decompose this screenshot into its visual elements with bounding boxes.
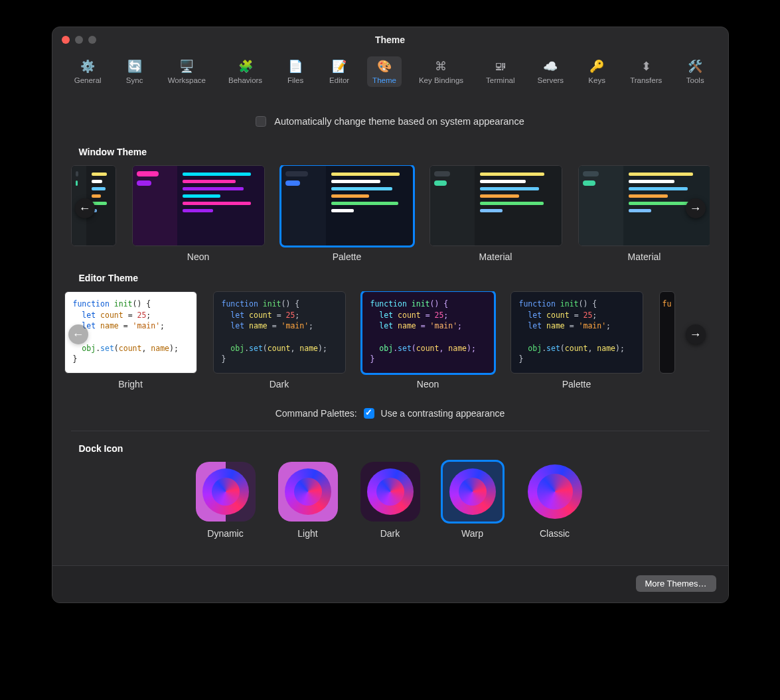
dock-icon-image [525,462,585,522]
keys-icon: 🔑 [588,59,605,74]
toolbar-tab-transfers[interactable]: ⬍Transfers [625,56,667,87]
dock-icon-image [278,462,338,522]
transfers-icon: ⬍ [637,59,655,74]
dock-icon-row: DynamicLightDarkWarpClassic [71,462,710,539]
dock-icon-light[interactable]: Light [278,462,338,539]
preferences-toolbar: ⚙️General🔄Sync🖥️Workspace🧩Behaviors📄File… [52,52,728,95]
toolbar-tab-label: Theme [372,76,396,84]
editor-theme-label: Bright [118,379,143,389]
dock-icon-label: Dynamic [207,528,243,539]
auto-theme-checkbox[interactable] [256,116,266,127]
dock-icon-warp[interactable]: Warp [443,462,503,539]
titlebar: Theme [52,27,728,52]
toolbar-tab-label: Files [287,76,303,84]
window-theme-next-button[interactable]: → [686,198,706,218]
editor-theme-card-palette[interactable]: function init() { let count = 25; let na… [510,291,643,374]
dock-icon-heading: Dock Icon [79,443,710,454]
behaviors-icon: 🧩 [237,59,254,74]
window-theme-prev-button[interactable]: ← [75,198,95,218]
editor-theme-card-dark[interactable]: function init() { let count = 25; let na… [213,291,346,374]
key-bindings-icon: ⌘ [432,59,449,74]
theme-icon: 🎨 [376,59,393,74]
toolbar-tab-terminal[interactable]: 🖳Terminal [481,56,520,87]
editor-theme-label: Palette [562,379,591,389]
toolbar-tab-label: Behaviors [228,76,262,84]
toolbar-tab-label: Terminal [486,76,514,84]
workspace-icon: 🖥️ [178,59,195,74]
dock-icon-image [443,462,503,522]
toolbar-tab-label: Servers [538,76,564,84]
toolbar-tab-key-bindings[interactable]: ⌘Key Bindings [414,56,469,87]
toolbar-tab-keys[interactable]: 🔑Keys [581,56,613,87]
sync-icon: 🔄 [126,59,143,74]
divider [71,431,710,431]
dock-icon-image [360,462,420,522]
window-title: Theme [52,35,728,45]
terminal-icon: 🖳 [492,59,509,74]
window-theme-card-palette[interactable] [281,165,414,246]
dock-icon-label: Light [297,528,317,539]
toolbar-tab-label: General [74,76,102,84]
editor-theme-prev-button[interactable]: ← [68,324,88,344]
toolbar-tab-behaviors[interactable]: 🧩Behaviors [223,56,268,87]
window-theme-label: Palette [333,251,362,262]
toolbar-tab-label: Sync [126,76,143,84]
more-themes-button[interactable]: More Themes… [636,575,716,592]
files-icon: 📄 [287,59,304,74]
editor-theme-label: Neon [417,379,439,389]
dock-icon-label: Classic [540,528,570,539]
general-icon: ⚙️ [79,59,96,74]
toolbar-tab-label: Editor [329,76,349,84]
command-palette-checkbox[interactable] [364,408,374,419]
window-theme-card-neon[interactable] [132,165,265,246]
dock-icon-image [196,462,256,522]
window-theme-label: Material [479,251,512,262]
toolbar-tab-label: Workspace [168,76,206,84]
servers-icon: ☁️ [542,59,559,74]
window-theme-heading: Window Theme [79,147,710,157]
toolbar-tab-tools[interactable]: 🛠️Tools [679,56,711,87]
editor-theme-card-partial[interactable]: fu [659,291,675,374]
dock-icon-dynamic[interactable]: Dynamic [196,462,256,539]
footer: More Themes… [52,565,728,602]
toolbar-tab-label: Keys [588,76,605,84]
toolbar-tab-label: Transfers [630,76,662,84]
preferences-window: Theme ⚙️General🔄Sync🖥️Workspace🧩Behavior… [52,27,729,603]
editor-icon: 📝 [331,59,348,74]
window-theme-carousel: ← → NeonPaletteMaterialMaterial [71,165,710,266]
window-theme-label: Material [628,251,661,262]
toolbar-tab-general[interactable]: ⚙️General [69,56,107,87]
editor-theme-heading: Editor Theme [79,273,710,283]
toolbar-tab-theme[interactable]: 🎨Theme [367,56,402,87]
command-palette-label: Command Palettes: [275,408,357,419]
toolbar-tab-label: Key Bindings [419,76,463,84]
toolbar-tab-sync[interactable]: 🔄Sync [119,56,151,87]
toolbar-tab-label: Tools [686,76,704,84]
dock-icon-dark[interactable]: Dark [360,462,420,539]
editor-theme-carousel: ← → function init() { let count = 25; le… [64,291,710,393]
dock-icon-classic[interactable]: Classic [525,462,585,539]
toolbar-tab-workspace[interactable]: 🖥️Workspace [163,56,211,87]
toolbar-tab-files[interactable]: 📄Files [279,56,311,87]
dock-icon-label: Warp [461,528,483,539]
command-palette-checkbox-label: Use a contrasting appearance [381,408,505,419]
editor-theme-card-neon[interactable]: function init() { let count = 25; let na… [362,291,495,374]
window-theme-label: Neon [187,251,209,262]
toolbar-tab-editor[interactable]: 📝Editor [323,56,355,87]
toolbar-tab-servers[interactable]: ☁️Servers [532,56,570,87]
dock-icon-label: Dark [380,528,400,539]
auto-theme-label: Automatically change theme based on syst… [274,116,524,127]
tools-icon: 🛠️ [686,59,704,74]
editor-theme-next-button[interactable]: → [686,324,706,344]
window-theme-card-material[interactable] [429,165,562,246]
editor-theme-label: Dark [270,379,289,389]
